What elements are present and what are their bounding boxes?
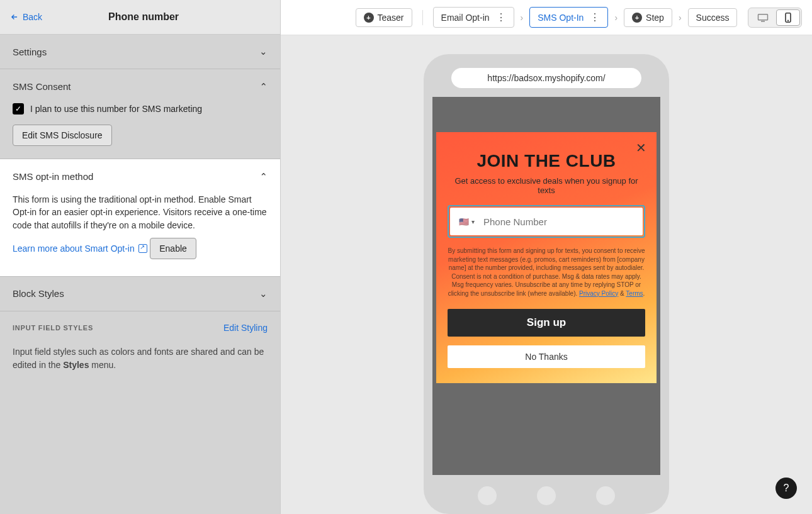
period: . (643, 290, 645, 297)
teaser-step-button[interactable]: + Teaser (356, 8, 412, 27)
page-title: Phone number (42, 11, 245, 23)
section-optin-header[interactable]: SMS opt-in method ⌄ (0, 159, 280, 193)
terms-link[interactable]: Terms (626, 290, 643, 297)
section-sms-consent: SMS Consent ⌄ ✓ I plan to use this numbe… (0, 69, 280, 159)
top-bar: + Teaser Email Opt-in ⋮ › SMS Opt-In ⋮ ›… (281, 0, 812, 35)
sms-disclosure-text: By submitting this form and signing up f… (448, 247, 645, 298)
mobile-icon (784, 13, 792, 23)
section-block-styles: Block Styles ⌄ (0, 277, 280, 311)
optin-description: This form is using the traditional opt-i… (13, 193, 268, 232)
phone-input[interactable]: 🇺🇸 ▾ (450, 208, 643, 235)
svg-rect-0 (758, 14, 768, 20)
dots-icon[interactable]: ⋮ (590, 11, 600, 23)
phone-number-field[interactable] (481, 216, 640, 227)
section-optin-method: SMS opt-in method ⌄ This form is using t… (0, 159, 280, 277)
input-styles-desc-prefix: Input field styles such as colors and fo… (13, 347, 264, 370)
desktop-icon (757, 13, 769, 22)
edit-sms-disclosure-button[interactable]: Edit SMS Disclosure (13, 125, 112, 146)
signup-button[interactable]: Sign up (448, 309, 645, 337)
sms-consent-label: SMS Consent (13, 81, 71, 92)
popup-title: JOIN THE CLUB (448, 151, 645, 171)
phone-mock: https://badsox.myshopify.com/ ✕ JOIN THE… (424, 54, 669, 514)
sms-marketing-checkbox-row[interactable]: ✓ I plan to use this number for SMS mark… (13, 103, 268, 115)
device-toggle (748, 8, 802, 28)
section-block-styles-header[interactable]: Block Styles ⌄ (0, 277, 280, 311)
input-styles-label: INPUT FIELD STYLES (13, 324, 93, 332)
chevron-up-icon: ⌄ (259, 81, 268, 92)
email-optin-label: Email Opt-in (441, 13, 490, 23)
popup: ✕ JOIN THE CLUB Get access to exclusive … (436, 132, 657, 383)
nav-dot (478, 486, 497, 505)
plus-circle-icon: + (364, 13, 374, 23)
phone-input-border: 🇺🇸 ▾ (448, 205, 645, 238)
back-label: Back (23, 12, 42, 22)
input-styles-desc-bold: Styles (63, 360, 89, 370)
learn-more-text: Learn more about Smart Opt-in (13, 243, 135, 254)
input-styles-body: Input field styles such as colors and fo… (0, 339, 280, 384)
step-label: Step (646, 13, 664, 23)
nav-dot (596, 486, 615, 505)
help-button[interactable]: ? (775, 478, 797, 499)
close-icon[interactable]: ✕ (634, 141, 648, 155)
input-styles-header: INPUT FIELD STYLES Edit Styling (0, 311, 280, 339)
step-button[interactable]: + Step (624, 8, 672, 27)
chevron-right-icon: › (614, 13, 617, 23)
svg-point-2 (788, 20, 789, 21)
back-button[interactable]: Back (10, 12, 42, 22)
sms-consent-body: ✓ I plan to use this number for SMS mark… (0, 103, 280, 159)
country-select[interactable]: 🇺🇸 ▾ (453, 217, 481, 226)
chevron-right-icon: › (679, 13, 682, 23)
section-input-field-styles: INPUT FIELD STYLES Edit Styling Input fi… (0, 311, 280, 384)
email-optin-step-button[interactable]: Email Opt-in ⋮ (433, 7, 514, 28)
mobile-toggle-button[interactable] (776, 9, 800, 26)
checkbox-checked-icon: ✓ (13, 103, 24, 115)
checkbox-label: I plan to use this number for SMS market… (30, 104, 202, 114)
arrow-left-icon (10, 13, 19, 21)
optin-method-label: SMS opt-in method (13, 171, 93, 182)
chevron-up-icon: ⌄ (259, 170, 268, 182)
sms-optin-step-button[interactable]: SMS Opt-In ⋮ (529, 7, 608, 28)
popup-subtitle: Get access to exclusive deals when you s… (448, 176, 645, 195)
teaser-label: Teaser (378, 13, 404, 23)
external-link-icon (138, 244, 147, 253)
learn-more-link[interactable]: Learn more about Smart Opt-in (13, 243, 147, 254)
settings-label: Settings (13, 47, 47, 57)
no-thanks-button[interactable]: No Thanks (448, 345, 645, 368)
desktop-toggle-button[interactable] (750, 9, 776, 26)
preview-area: https://badsox.myshopify.com/ ✕ JOIN THE… (281, 35, 812, 514)
success-label: Success (696, 13, 730, 23)
nav-dot (537, 486, 556, 505)
right-panel: + Teaser Email Opt-in ⋮ › SMS Opt-In ⋮ ›… (281, 0, 812, 514)
section-sms-consent-header[interactable]: SMS Consent ⌄ (0, 69, 280, 103)
dots-icon[interactable]: ⋮ (496, 11, 506, 23)
chevron-down-icon: ▾ (471, 218, 475, 225)
edit-styling-link[interactable]: Edit Styling (223, 323, 268, 333)
success-step-button[interactable]: Success (688, 8, 738, 27)
ampersand: & (618, 290, 626, 297)
url-bar[interactable]: https://badsox.myshopify.com/ (451, 68, 641, 88)
sidebar-header: Back Phone number (0, 0, 280, 35)
divider (422, 10, 423, 25)
block-styles-label: Block Styles (13, 288, 64, 299)
optin-method-body: This form is using the traditional opt-i… (0, 193, 280, 276)
flag-icon: 🇺🇸 (459, 217, 469, 226)
section-settings: Settings ⌄ (0, 35, 280, 69)
phone-nav (432, 475, 660, 505)
section-settings-header[interactable]: Settings ⌄ (0, 35, 280, 69)
phone-screen: ✕ JOIN THE CLUB Get access to exclusive … (432, 97, 660, 475)
sms-optin-label: SMS Opt-In (538, 13, 584, 23)
privacy-policy-link[interactable]: Privacy Policy (579, 290, 618, 297)
chevron-down-icon: ⌄ (259, 288, 268, 299)
chevron-right-icon: › (521, 13, 524, 23)
enable-button[interactable]: Enable (150, 238, 196, 259)
chevron-down-icon: ⌄ (259, 46, 268, 57)
input-styles-desc-suffix: menu. (89, 360, 116, 370)
sidebar: Back Phone number Settings ⌄ SMS Consent… (0, 0, 281, 514)
plus-circle-icon: + (632, 13, 642, 23)
